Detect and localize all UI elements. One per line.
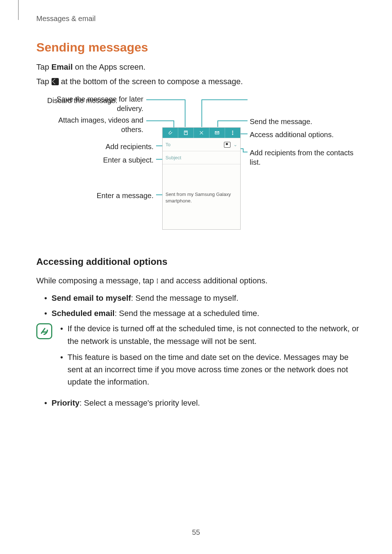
note-block: If the device is turned off at the sched… <box>36 323 365 391</box>
note-icon <box>36 323 52 339</box>
attach-icon[interactable] <box>163 128 178 138</box>
callout-send: Send the message. <box>250 117 366 126</box>
callout-more: Access additional options. <box>250 130 366 139</box>
subheading: Accessing additional options <box>36 256 365 267</box>
breadcrumb: Messages & email <box>36 15 365 23</box>
note-list: If the device is turned off at the sched… <box>59 323 365 391</box>
to-label: To <box>166 142 224 147</box>
compose-toolbar <box>163 128 240 138</box>
side-rule <box>18 0 19 20</box>
callout-discard: Discard the message. <box>47 96 163 105</box>
save-draft-icon[interactable] <box>178 128 194 138</box>
callout-subject: Enter a subject. <box>47 155 154 165</box>
svg-point-2 <box>232 131 233 132</box>
compose-preview: To ⌄ Subject Sent from my Samsung Galaxy… <box>162 127 241 230</box>
svg-point-3 <box>232 132 233 133</box>
option-desc: : Send the message to myself. <box>131 294 238 303</box>
svg-rect-0 <box>184 131 188 135</box>
intro1-prefix: Tap <box>36 62 52 71</box>
option-send-self: Send email to myself: Send the message t… <box>43 292 365 304</box>
intro2-suffix: at the bottom of the screen to compose a… <box>59 77 243 86</box>
option-desc: : Send the message at a scheduled time. <box>115 309 260 318</box>
options-list: Send email to myself: Send the message t… <box>43 292 365 320</box>
option-desc: : Select a message's priority level. <box>79 398 200 407</box>
page-heading: Sending messages <box>36 40 365 54</box>
svg-point-4 <box>232 134 233 135</box>
intro2-prefix: Tap <box>36 77 52 86</box>
chevron-down-icon[interactable]: ⌄ <box>233 142 237 147</box>
more-options-icon[interactable] <box>225 128 240 138</box>
intro1-suffix: on the Apps screen. <box>73 62 146 71</box>
compose-diagram: Save the message for later delivery. Att… <box>47 93 374 245</box>
note-item: This feature is based on the time and da… <box>59 351 365 388</box>
sub-para: While composing a message, tap and acces… <box>36 275 365 287</box>
subpara-prefix: While composing a message, tap <box>36 276 156 285</box>
callout-contacts: Add recipients from the contacts list. <box>250 148 366 167</box>
option-term: Priority <box>52 398 79 407</box>
options-list-cont: Priority: Select a message's priority le… <box>43 397 365 409</box>
to-field[interactable]: To ⌄ <box>163 138 240 151</box>
callout-recipients: Add recipients. <box>47 142 154 151</box>
option-term: Send email to myself <box>52 294 131 303</box>
option-priority: Priority: Select a message's priority le… <box>43 397 365 409</box>
option-term: Scheduled email <box>52 309 115 318</box>
option-scheduled: Scheduled email: Send the message at a s… <box>43 307 365 320</box>
contacts-picker-icon[interactable] <box>224 142 230 148</box>
body-signature: Sent from my Samsung Galaxy smartphone. <box>166 192 231 204</box>
subject-field[interactable]: Subject <box>163 151 240 164</box>
callout-attach: Attach images, videos and others. <box>47 115 143 134</box>
more-options-inline-icon <box>156 278 158 284</box>
subject-label: Subject <box>166 155 237 160</box>
intro-line-2: Tap at the bottom of the screen to compo… <box>36 75 365 88</box>
compose-icon <box>52 78 59 85</box>
note-item: If the device is turned off at the sched… <box>59 323 365 347</box>
intro1-bold: Email <box>52 62 73 71</box>
body-field[interactable]: Sent from my Samsung Galaxy smartphone. <box>163 164 240 229</box>
page-number: 55 <box>0 528 392 537</box>
discard-icon[interactable] <box>194 128 209 138</box>
intro-line-1: Tap Email on the Apps screen. <box>36 61 365 73</box>
subpara-suffix: and access additional options. <box>158 276 268 285</box>
send-icon[interactable] <box>209 128 225 138</box>
callout-message: Enter a message. <box>47 191 154 200</box>
